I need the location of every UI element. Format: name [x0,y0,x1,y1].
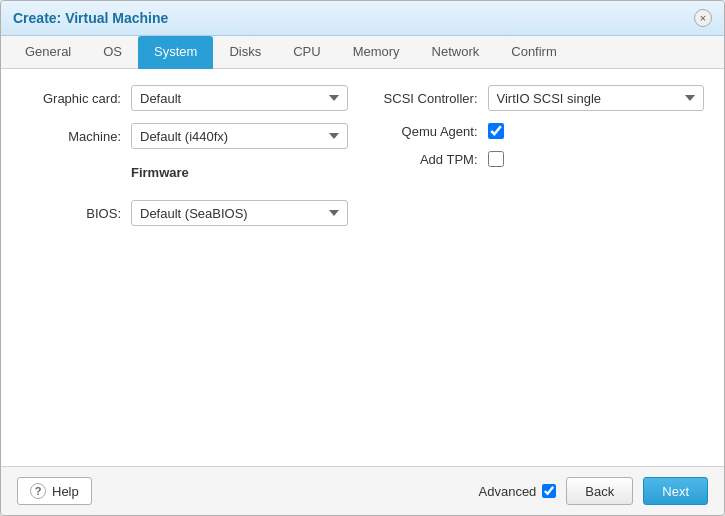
tab-bar: General OS System Disks CPU Memory Netwo… [1,36,724,69]
help-icon: ? [30,483,46,499]
bios-label: BIOS: [21,206,131,221]
tab-cpu[interactable]: CPU [277,36,336,69]
graphic-card-row: Graphic card: Default [21,85,348,111]
add-tpm-row: Add TPM: [378,151,705,167]
firmware-header: Firmware [131,165,189,180]
add-tpm-checkbox[interactable] [488,151,504,167]
close-button[interactable]: × [694,9,712,27]
machine-select[interactable]: Default (i440fx) [131,123,348,149]
help-button[interactable]: ? Help [17,477,92,505]
scsi-controller-row: SCSI Controller: VirtIO SCSI single [378,85,705,111]
next-button[interactable]: Next [643,477,708,505]
machine-label: Machine: [21,129,131,144]
tab-system[interactable]: System [138,36,213,69]
help-label: Help [52,484,79,499]
tab-confirm[interactable]: Confirm [495,36,573,69]
advanced-checkbox[interactable] [542,484,556,498]
footer-right: Advanced Back Next [479,477,708,505]
tab-memory[interactable]: Memory [337,36,416,69]
form-content: Graphic card: Default Machine: Default (… [1,69,724,466]
tab-disks[interactable]: Disks [213,36,277,69]
bios-row: BIOS: Default (SeaBIOS) [21,200,348,226]
dialog-title: Create: Virtual Machine [13,10,168,26]
tab-os[interactable]: OS [87,36,138,69]
tab-network[interactable]: Network [416,36,496,69]
left-column: Graphic card: Default Machine: Default (… [21,85,348,238]
machine-row: Machine: Default (i440fx) [21,123,348,149]
title-bar: Create: Virtual Machine × [1,1,724,36]
back-button[interactable]: Back [566,477,633,505]
qemu-agent-row: Qemu Agent: [378,123,705,139]
form-grid: Graphic card: Default Machine: Default (… [21,85,704,238]
bios-select[interactable]: Default (SeaBIOS) [131,200,348,226]
graphic-card-select[interactable]: Default [131,85,348,111]
graphic-card-label: Graphic card: [21,91,131,106]
qemu-agent-checkbox[interactable] [488,123,504,139]
tab-general[interactable]: General [9,36,87,69]
advanced-label[interactable]: Advanced [479,484,557,499]
qemu-agent-checkbox-wrapper [488,123,504,139]
advanced-text: Advanced [479,484,537,499]
footer: ? Help Advanced Back Next [1,466,724,515]
right-column: SCSI Controller: VirtIO SCSI single Qemu… [378,85,705,238]
scsi-controller-label: SCSI Controller: [378,91,488,106]
create-vm-dialog: Create: Virtual Machine × General OS Sys… [0,0,725,516]
qemu-agent-label: Qemu Agent: [378,124,488,139]
firmware-header-row: Firmware [21,161,348,188]
scsi-controller-select[interactable]: VirtIO SCSI single [488,85,705,111]
add-tpm-label: Add TPM: [378,152,488,167]
add-tpm-checkbox-wrapper [488,151,504,167]
